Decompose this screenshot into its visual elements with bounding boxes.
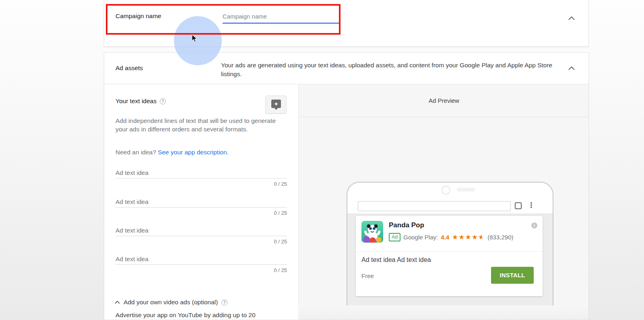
info-icon: i [531, 222, 537, 229]
ad-preview-header: Ad Preview [299, 84, 589, 117]
price-label: Free [361, 272, 374, 279]
install-button: INSTALL [491, 267, 534, 284]
ad-text-idea-field-4: 0 / 25 [116, 254, 287, 273]
ad-text-idea-input-4[interactable] [116, 254, 287, 265]
text-ideas-heading-row: Your text ideas ? [116, 96, 166, 106]
chevron-up-icon [568, 16, 575, 20]
ad-assets-card: Ad assets Your ads are generated using y… [104, 52, 589, 320]
browser-tabs-icon [515, 202, 522, 209]
ad-text-idea-input-2[interactable] [116, 196, 287, 208]
ad-badge: Ad [389, 233, 400, 241]
mouse-cursor-icon [192, 35, 198, 44]
help-icon[interactable]: ? [160, 98, 166, 104]
store-label: Google Play: [403, 234, 438, 241]
url-bar [358, 201, 511, 211]
text-idea-suggestions-button[interactable]: ✦ [265, 96, 287, 114]
star-rating-icon: ★★★★★★ [452, 234, 485, 241]
ad-text-preview: Ad text idea Ad text idea [361, 256, 431, 264]
ad-assets-header: Ad assets Your ads are generated using y… [104, 53, 588, 84]
text-ideas-hint: Need an idea? See your app description. [116, 149, 229, 156]
collapse-campaign-section-button[interactable] [567, 13, 576, 23]
collapse-ad-assets-section-button[interactable] [567, 63, 576, 73]
review-count: (833,290) [487, 234, 513, 241]
char-counter: 0 / 25 [116, 267, 287, 273]
app-name: Panda Pop [389, 221, 424, 229]
video-ads-title: Add your own video ads (optional) [124, 299, 218, 306]
idea-suggestion-icon: ✦ [271, 100, 281, 108]
ad-preview-panel: Ad Preview ⋮ [298, 84, 589, 305]
phone-mockup: ⋮ [347, 182, 553, 305]
see-app-description-link[interactable]: See your app description. [158, 149, 229, 156]
panda-pop-app-icon [361, 221, 383, 243]
phone-screen: Panda Pop i Ad Google Play: 4.4 ★★★★★★ (… [347, 214, 553, 305]
ad-assets-title: Ad assets [116, 64, 143, 72]
ad-text-idea-input-3[interactable] [116, 225, 287, 236]
ad-assets-description: Your ads are generated using your text i… [221, 61, 567, 79]
ad-preview-title: Ad Preview [429, 97, 459, 104]
chevron-up-icon [568, 66, 575, 70]
char-counter: 0 / 25 [116, 181, 287, 187]
phone-camera-icon [442, 186, 450, 195]
chevron-up-icon [115, 301, 120, 304]
hint-prefix: Need an idea? [116, 149, 158, 156]
ad-text-idea-field-1: 0 / 25 [116, 167, 287, 187]
app-install-ad-preview: Panda Pop i Ad Google Play: 4.4 ★★★★★★ (… [356, 216, 543, 296]
mobile-browser-bar: ⋮ [347, 199, 553, 214]
app-meta-row: Ad Google Play: 4.4 ★★★★★★ (833,290) [389, 233, 513, 241]
video-ads-expander[interactable]: Add your own video ads (optional) ? [115, 299, 227, 306]
red-annotation-box [106, 4, 341, 35]
char-counter: 0 / 25 [116, 239, 287, 245]
text-ideas-description: Add independent lines of text that will … [116, 116, 277, 133]
browser-menu-icon: ⋮ [528, 201, 535, 210]
ad-text-idea-field-3: 0 / 25 [116, 225, 287, 245]
video-ads-subtitle: Advertise your app on YouTube by adding … [116, 312, 256, 319]
ad-text-idea-input-1[interactable] [116, 167, 287, 179]
phone-speaker [457, 188, 475, 191]
ad-text-idea-field-2: 0 / 25 [116, 196, 287, 216]
divider [356, 251, 543, 252]
char-counter: 0 / 25 [116, 210, 287, 216]
help-icon[interactable]: ? [221, 299, 227, 305]
text-ideas-title: Your text ideas [116, 98, 157, 105]
rating-value: 4.4 [441, 234, 449, 241]
preview-panel-bottom-fade [298, 305, 589, 320]
